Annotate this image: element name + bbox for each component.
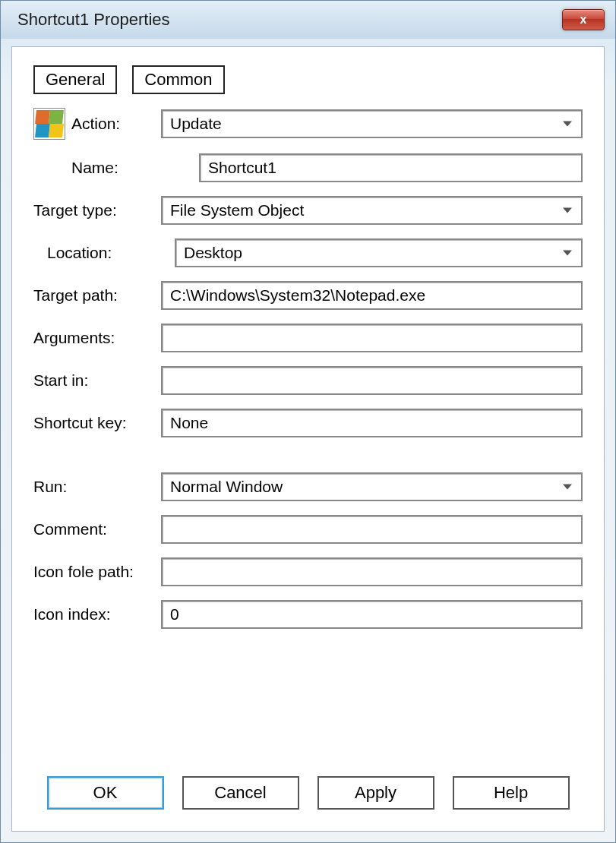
label-start-in: Start in: [33, 371, 161, 390]
apply-button[interactable]: Apply [317, 776, 434, 810]
tab-general[interactable]: General [33, 65, 117, 94]
action-select[interactable]: Update [161, 109, 583, 138]
row-name: Name: Shortcut1 [33, 153, 583, 182]
close-button[interactable]: x [562, 9, 605, 30]
row-target-type: Target type: File System Object [33, 196, 583, 225]
arguments-input[interactable] [161, 324, 583, 352]
spacer [33, 451, 583, 459]
row-shortcut-key: Shortcut key: None [33, 409, 583, 437]
comment-input[interactable] [161, 515, 583, 544]
tab-common[interactable]: Common [132, 65, 224, 94]
row-arguments: Arguments: [33, 324, 583, 352]
label-icon-file-path: Icon fole path: [33, 563, 161, 581]
label-run: Run: [33, 478, 161, 496]
windows-icon [33, 108, 71, 140]
run-value: Normal Window [170, 478, 283, 496]
label-location: Location: [33, 244, 175, 262]
target-type-select[interactable]: File System Object [161, 196, 583, 225]
close-icon: x [580, 13, 587, 27]
start-in-input[interactable] [161, 366, 583, 395]
tab-strip: General Common [33, 65, 583, 94]
row-comment: Comment: [33, 515, 583, 544]
client-area: General Common Action: Update Name: Shor… [11, 46, 605, 832]
row-icon-index: Icon index: 0 [33, 600, 583, 629]
label-name: Name: [33, 159, 199, 177]
name-value: Shortcut1 [208, 159, 276, 177]
run-select[interactable]: Normal Window [161, 472, 583, 501]
ok-button[interactable]: OK [47, 776, 164, 810]
action-value: Update [170, 115, 222, 133]
label-target-type: Target type: [33, 201, 161, 219]
label-icon-index: Icon index: [33, 605, 161, 624]
icon-index-value: 0 [170, 605, 179, 624]
shortcut-key-value: None [170, 414, 208, 432]
window-title: Shortcut1 Properties [17, 10, 170, 30]
label-arguments: Arguments: [33, 329, 161, 347]
row-location: Location: Desktop [33, 238, 583, 267]
row-action: Action: Update [33, 108, 583, 140]
label-action: Action: [71, 115, 161, 133]
target-path-value: C:\Windows\System32\Notepad.exe [170, 286, 425, 305]
shortcut-key-input[interactable]: None [161, 409, 583, 437]
form: Action: Update Name: Shortcut1 Target ty… [33, 108, 583, 629]
row-icon-file-path: Icon fole path: [33, 557, 583, 586]
cancel-button[interactable]: Cancel [182, 776, 299, 810]
location-value: Desktop [184, 244, 242, 262]
properties-dialog: Shortcut1 Properties x General Common Ac… [0, 0, 616, 843]
label-shortcut-key: Shortcut key: [33, 414, 161, 432]
row-target-path: Target path: C:\Windows\System32\Notepad… [33, 281, 583, 310]
location-select[interactable]: Desktop [175, 238, 583, 267]
name-input[interactable]: Shortcut1 [199, 153, 583, 182]
icon-index-input[interactable]: 0 [161, 600, 583, 629]
label-target-path: Target path: [33, 286, 161, 305]
help-button[interactable]: Help [453, 776, 570, 810]
dialog-buttons: OK Cancel Apply Help [12, 776, 604, 810]
label-comment: Comment: [33, 520, 161, 538]
icon-file-path-input[interactable] [161, 557, 583, 586]
title-bar: Shortcut1 Properties x [1, 1, 615, 39]
row-run: Run: Normal Window [33, 472, 583, 501]
windows-logo-icon [33, 108, 65, 140]
target-type-value: File System Object [170, 201, 304, 219]
row-start-in: Start in: [33, 366, 583, 395]
target-path-input[interactable]: C:\Windows\System32\Notepad.exe [161, 281, 583, 310]
